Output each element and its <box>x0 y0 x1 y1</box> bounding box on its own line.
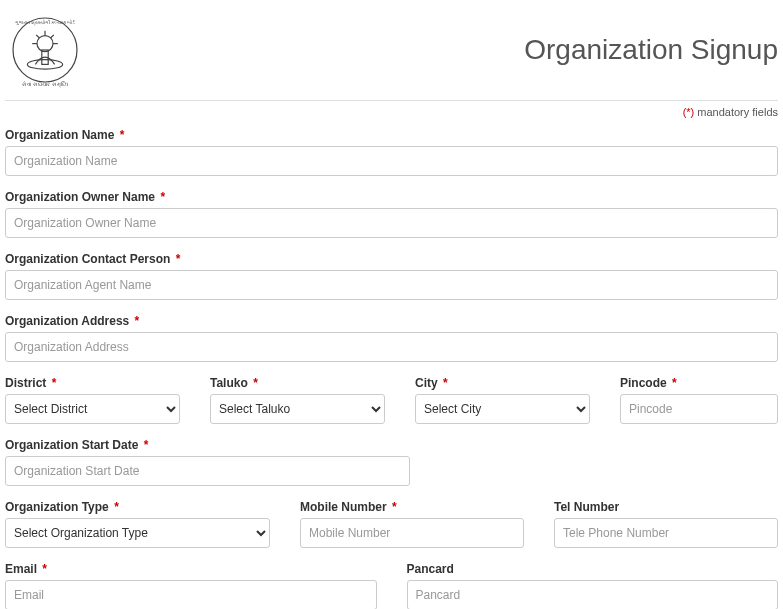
start-date-label: Organization Start Date * <box>5 438 778 452</box>
svg-line-8 <box>51 35 54 38</box>
location-row: District * Select District Taluko * Sele… <box>5 376 778 424</box>
district-label: District * <box>5 376 180 390</box>
org-logo: ગુજરાત શ્રમયોગી કલ્યાણ બોર્ડ સેવા સદાચાર… <box>5 10 85 90</box>
owner-name-group: Organization Owner Name * <box>5 190 778 238</box>
svg-text:ગુજરાત શ્રમયોગી કલ્યાણ બોર્ડ: ગુજરાત શ્રમયોગી કલ્યાણ બોર્ડ <box>15 19 77 26</box>
address-label: Organization Address * <box>5 314 778 328</box>
svg-line-7 <box>36 35 39 38</box>
tel-label: Tel Number <box>554 500 778 514</box>
mobile-input[interactable] <box>300 518 524 548</box>
page-header: ગુજરાત શ્રમયોગી કલ્યાણ બોર્ડ સેવા સદાચાર… <box>5 5 778 101</box>
pincode-input[interactable] <box>620 394 778 424</box>
contact-row: Organization Type * Select Organization … <box>5 500 778 548</box>
start-date-input[interactable] <box>5 456 410 486</box>
pancard-input[interactable] <box>407 580 779 609</box>
email-pancard-row: Email * Pancard <box>5 562 778 609</box>
mandatory-star: (*) <box>683 106 695 118</box>
city-select[interactable]: Select City <box>415 394 590 424</box>
owner-name-label: Organization Owner Name * <box>5 190 778 204</box>
tel-input[interactable] <box>554 518 778 548</box>
mobile-label: Mobile Number * <box>300 500 524 514</box>
city-label: City * <box>415 376 590 390</box>
page-title: Organization Signup <box>524 34 778 66</box>
svg-text:સેવા સદાચાર સમૃધ્ધિ: સેવા સદાચાર સમૃધ્ધિ <box>22 80 68 88</box>
pancard-label: Pancard <box>407 562 779 576</box>
contact-person-group: Organization Contact Person * <box>5 252 778 300</box>
org-type-label: Organization Type * <box>5 500 270 514</box>
mandatory-fields-note: (*) mandatory fields <box>5 106 778 118</box>
org-name-group: Organization Name * <box>5 128 778 176</box>
email-group: Email * <box>5 562 377 609</box>
taluko-select[interactable]: Select Taluko <box>210 394 385 424</box>
org-name-input[interactable] <box>5 146 778 176</box>
pincode-label: Pincode * <box>620 376 778 390</box>
owner-name-input[interactable] <box>5 208 778 238</box>
mobile-group: Mobile Number * <box>300 500 524 548</box>
tel-group: Tel Number <box>554 500 778 548</box>
start-date-group: Organization Start Date * <box>5 438 778 486</box>
taluko-group: Taluko * Select Taluko <box>210 376 385 424</box>
logo-icon: ગુજરાત શ્રમયોગી કલ્યાણ બોર્ડ સેવા સદાચાર… <box>5 10 85 90</box>
address-group: Organization Address * <box>5 314 778 362</box>
email-label: Email * <box>5 562 377 576</box>
contact-person-input[interactable] <box>5 270 778 300</box>
pancard-group: Pancard <box>407 562 779 609</box>
org-type-group: Organization Type * Select Organization … <box>5 500 270 548</box>
city-group: City * Select City <box>415 376 590 424</box>
org-type-select[interactable]: Select Organization Type <box>5 518 270 548</box>
district-group: District * Select District <box>5 376 180 424</box>
pincode-group: Pincode * <box>620 376 778 424</box>
address-input[interactable] <box>5 332 778 362</box>
contact-person-label: Organization Contact Person * <box>5 252 778 266</box>
district-select[interactable]: Select District <box>5 394 180 424</box>
org-name-label: Organization Name * <box>5 128 778 142</box>
mandatory-text: mandatory fields <box>694 106 778 118</box>
taluko-label: Taluko * <box>210 376 385 390</box>
email-input[interactable] <box>5 580 377 609</box>
